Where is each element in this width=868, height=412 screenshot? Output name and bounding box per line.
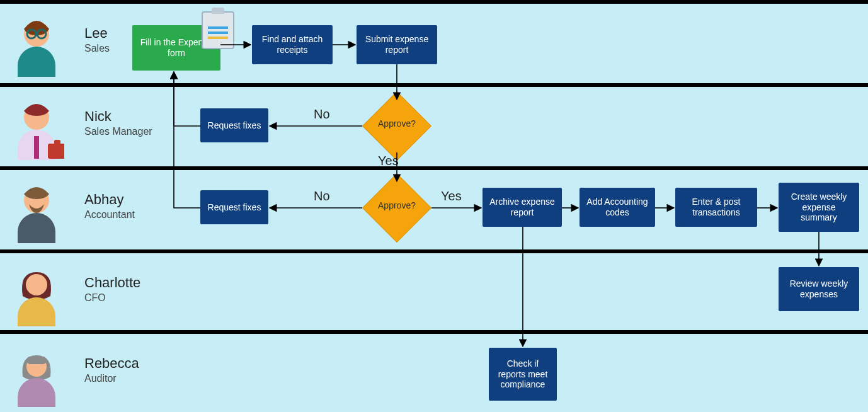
decision-label: Approve? [359,200,435,210]
persona-role: Sales Manager [84,126,173,137]
node-label: Submit expense report [363,34,431,55]
node-weekly-summary: Create weekly expense summary [779,183,859,232]
node-accounting-codes: Add Accounting codes [580,188,655,227]
lane-rebecca: Rebecca Auditor [0,330,868,412]
node-compliance-check: Check if reports meet compliance [489,348,557,401]
persona-label-nick: Nick Sales Manager [84,108,173,137]
node-fill-expense-form: Fill in the Expense form [132,25,220,71]
persona-role: Accountant [84,209,173,220]
node-submit-report: Submit expense report [357,25,437,64]
lane-charlotte: Charlotte CFO [0,249,868,330]
persona-name: Charlotte [84,275,173,291]
node-request-fixes-manager: Request fixes [200,108,268,142]
persona-name: Rebecca [84,355,173,372]
persona-label-abhay: Abhay Accountant [84,192,173,220]
node-label: Find and attach receipts [258,34,326,55]
svg-rect-7 [54,140,60,145]
node-archive-report: Archive expense report [483,188,562,227]
avatar-rebecca [9,346,78,409]
persona-role: Auditor [84,373,173,384]
avatar-nick [9,100,78,163]
edge-label-manager-no: No [314,107,330,122]
swimlane-diagram: Lee Sales Nick Sales Manager [0,0,868,412]
node-label: Add Accounting codes [586,197,649,218]
persona-name: Abhay [84,192,173,208]
edge-label-accountant-yes: Yes [441,189,462,203]
node-attach-receipts: Find and attach receipts [252,25,333,64]
node-label: Request fixes [208,120,261,131]
edge-label-accountant-no: No [314,189,330,203]
decision-label: Approve? [359,118,435,129]
avatar-abhay [9,183,78,246]
node-label: Check if reports meet compliance [495,358,551,390]
persona-label-charlotte: Charlotte CFO [84,275,173,304]
svg-rect-6 [48,144,64,159]
svg-rect-11 [26,357,47,364]
persona-name: Nick [84,108,173,125]
node-review-weekly: Review weekly expenses [779,267,859,311]
edge-label-manager-yes: Yes [378,154,399,168]
avatar-lee [9,16,78,79]
persona-label-rebecca: Rebecca Auditor [84,355,173,384]
avatar-charlotte [9,266,78,329]
node-label: Archive expense report [489,197,556,218]
svg-point-9 [26,274,47,295]
clipboard-icon [202,11,234,49]
node-label: Create weekly expense summary [785,192,853,223]
persona-role: CFO [84,292,173,304]
node-request-fixes-accountant: Request fixes [200,190,268,224]
node-post-transactions: Enter & post transactions [675,188,757,227]
svg-rect-5 [34,136,39,159]
node-label: Review weekly expenses [785,278,853,300]
node-label: Enter & post transactions [682,197,751,218]
node-label: Request fixes [208,202,261,213]
